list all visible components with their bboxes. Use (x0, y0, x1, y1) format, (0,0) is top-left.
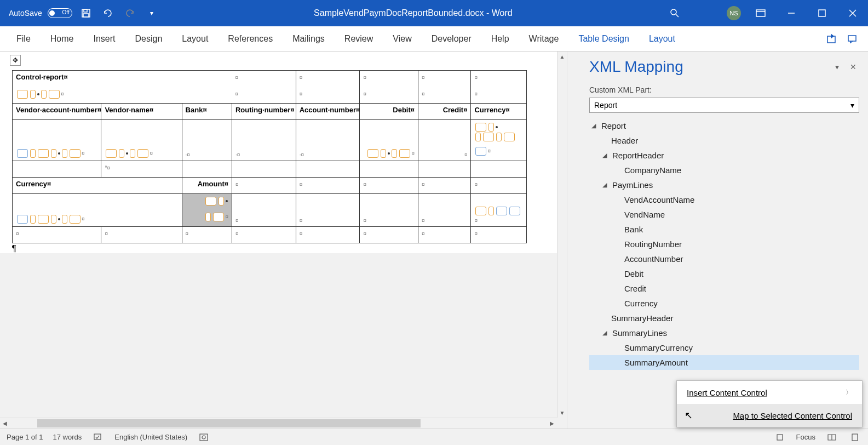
tree-account-number[interactable]: AccountNumber (589, 252, 859, 266)
spellcheck-icon[interactable] (91, 431, 105, 444)
tree-summary-amount[interactable]: SummaryAmount (589, 355, 859, 370)
scroll-left-icon[interactable]: ◀ (0, 418, 10, 429)
tree-company-name[interactable]: CompanyName (589, 163, 859, 178)
custom-xml-part-value: Report (594, 101, 617, 110)
close-icon[interactable] (842, 2, 864, 24)
ribbon-display-icon[interactable] (750, 2, 772, 24)
table-move-handle[interactable]: ✥ (10, 55, 21, 66)
tree-report[interactable]: ◢Report (589, 118, 859, 133)
redo-icon[interactable] (122, 5, 138, 21)
svg-rect-14 (200, 434, 208, 441)
tree-bank[interactable]: Bank (589, 222, 859, 237)
status-page[interactable]: Page 1 of 1 (7, 433, 43, 441)
tree-report-header[interactable]: ◢ReportHeader (589, 148, 859, 163)
save-icon[interactable] (78, 5, 94, 21)
custom-xml-part-select[interactable]: Report ▾ (589, 98, 859, 113)
summary-amount-cc-bottom[interactable]: ¤ (182, 210, 232, 226)
col-account-number: Account·number¤ (296, 104, 360, 120)
print-layout-icon[interactable] (848, 431, 861, 444)
xml-mapping-pane: XML Mapping ▾ ✕ Custom XML Part: Report … (567, 52, 868, 429)
tab-file[interactable]: File (7, 26, 41, 52)
user-avatar[interactable]: NS (727, 6, 741, 20)
svg-point-15 (202, 436, 205, 439)
tree-vend-name[interactable]: VendName (589, 207, 859, 222)
vertical-scrollbar[interactable]: ▲ ▼ (557, 52, 567, 418)
ctx-insert-content-control[interactable]: Insert Content Control 〉 (677, 381, 862, 404)
titlebar: AutoSave Off ▾ SampleVendPaymDocReportBo… (0, 0, 868, 26)
status-language[interactable]: English (United States) (114, 433, 187, 441)
col-credit: Credit¤ (418, 104, 471, 120)
pane-close-icon[interactable]: ✕ (847, 61, 859, 73)
document-title: SampleVendPaymDocReportBounded.docx - Wo… (160, 8, 666, 18)
col-routing: Routing·number¤ (232, 104, 296, 120)
pane-options-icon[interactable]: ▾ (831, 61, 843, 73)
macro-icon[interactable] (197, 431, 210, 444)
tree-debit[interactable]: Debit (589, 266, 859, 281)
status-focus[interactable]: Focus (796, 433, 815, 441)
svg-rect-5 (756, 10, 765, 16)
tree-currency[interactable]: Currency (589, 296, 859, 311)
tab-help[interactable]: Help (481, 26, 519, 52)
cell-debit-cc[interactable]: ¤ (360, 120, 418, 161)
tree-vend-account-name[interactable]: VendAccountName (589, 192, 859, 207)
document-pane[interactable]: ✥ Control·report¤ ¤ ¤ ¤ ¤ ¤ (0, 52, 567, 429)
tree-paym-lines[interactable]: ◢PaymLines (589, 178, 859, 192)
svg-point-3 (671, 9, 676, 15)
minimize-icon[interactable] (780, 2, 802, 24)
col-vendor-account: Vendor·account·number¤ (13, 104, 101, 120)
search-icon[interactable] (666, 5, 683, 21)
tree-summary-currency[interactable]: SummaryCurrency (589, 340, 859, 355)
report-title: Control·report¤ (13, 71, 232, 87)
tab-mailings[interactable]: Mailings (283, 26, 335, 52)
tab-developer[interactable]: Developer (422, 26, 481, 52)
scroll-up-icon[interactable]: ▲ (557, 52, 567, 61)
scroll-right-icon[interactable]: ▶ (547, 418, 557, 429)
tree-routing-number[interactable]: RoutingNumber (589, 237, 859, 252)
cell-bank-cc[interactable]: ·¤ (182, 120, 232, 161)
cell-account-cc[interactable]: ·¤ (296, 120, 360, 161)
maximize-icon[interactable] (811, 2, 833, 24)
cell-credit-cc[interactable]: ¤ (418, 120, 471, 161)
cell-currency-cc-mid[interactable]: ¤ (471, 144, 527, 161)
xml-tree: ◢Report Header ◢ReportHeader CompanyName… (589, 118, 859, 370)
tab-table-design[interactable]: Table Design (568, 26, 639, 52)
tab-writage[interactable]: Writage (519, 26, 569, 52)
cell-vendor-account-cc[interactable]: ¤ (13, 120, 101, 161)
summary-end-cc[interactable]: ¤ (471, 193, 527, 226)
customize-qat-icon[interactable]: ▾ (143, 5, 160, 21)
summary-amount-header: Amount¤ (182, 177, 232, 193)
tab-table-layout[interactable]: Layout (639, 26, 685, 52)
tree-summary-lines[interactable]: ◢SummaryLines (589, 326, 859, 340)
ribbon: File Home Insert Design Layout Reference… (0, 26, 868, 52)
company-content-control[interactable]: ¤ (13, 87, 232, 104)
tree-header[interactable]: Header (589, 133, 859, 148)
tree-credit[interactable]: Credit (589, 281, 859, 296)
cell-currency-cc-top[interactable] (471, 120, 527, 145)
undo-icon[interactable] (100, 5, 116, 21)
svg-rect-17 (852, 434, 858, 441)
autosave-toggle[interactable]: Off (48, 8, 72, 18)
tab-insert[interactable]: Insert (83, 26, 125, 52)
tab-layout[interactable]: Layout (172, 26, 218, 52)
summary-amount-cc-top[interactable] (182, 193, 232, 210)
tab-home[interactable]: Home (41, 26, 84, 52)
tree-summary-header[interactable]: SummaryHeader (589, 311, 859, 326)
scroll-down-icon[interactable]: ▼ (557, 408, 567, 418)
scroll-thumb[interactable] (37, 419, 421, 427)
tab-view[interactable]: View (383, 26, 421, 52)
tab-design[interactable]: Design (125, 26, 172, 52)
tab-references[interactable]: References (218, 26, 283, 52)
summary-currency-cc[interactable]: ¤ (13, 193, 182, 226)
ctx-map-to-selected[interactable]: ↖ Map to Selected Content Control (677, 404, 862, 427)
comments-icon[interactable] (843, 30, 861, 48)
share-icon[interactable] (822, 30, 841, 48)
focus-icon[interactable] (773, 431, 786, 444)
tab-review[interactable]: Review (335, 26, 383, 52)
horizontal-scrollbar[interactable]: ◀ ▶ (0, 418, 557, 429)
status-words[interactable]: 17 words (53, 433, 82, 441)
cell-routing-cc[interactable]: ·¤ (232, 120, 296, 161)
paragraph-mark: ¶ (12, 243, 545, 253)
report-table: Control·report¤ ¤ ¤ ¤ ¤ ¤ ¤ ¤ ¤ ¤ ¤ ¤ (12, 70, 527, 243)
cell-vendor-name-cc[interactable]: ¤ (101, 120, 182, 161)
read-mode-icon[interactable] (825, 431, 838, 444)
